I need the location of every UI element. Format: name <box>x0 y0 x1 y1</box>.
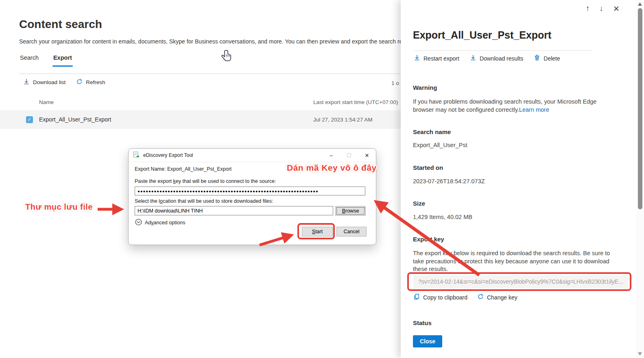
search-name-value: Export_All_User_Pst <box>413 142 467 148</box>
close-icon[interactable]: ✕ <box>358 149 376 162</box>
chevron-down-circle-icon <box>135 219 142 227</box>
change-key-label: Change key <box>487 294 517 301</box>
selection-count: 1 o <box>391 80 400 86</box>
advanced-options-label: Advanced options <box>145 220 185 226</box>
paste-key-label: Paste the export key that will be used t… <box>135 178 276 184</box>
warning-heading: Warning <box>413 84 437 91</box>
cancel-button[interactable]: Cancel <box>336 227 367 236</box>
page-description: Search your organization for content in … <box>19 38 401 45</box>
column-header-last-export[interactable]: Last export start time (UTC+07:00) <box>313 99 398 105</box>
refresh-icon <box>76 78 83 86</box>
row-name-cell[interactable]: Export_All_User_Pst_Export <box>39 116 111 123</box>
dialog-title: eDiscovery Export Tool <box>143 152 193 158</box>
size-heading: Size <box>413 200 425 207</box>
export-name-line: Export Name: Export_All_User_Pst_Export <box>135 166 231 172</box>
ediscovery-app-icon <box>133 151 140 159</box>
start-button[interactable]: Start <box>302 227 333 236</box>
export-toolbar: Download list Refresh <box>23 78 105 86</box>
row-checkbox[interactable]: ✓ <box>26 116 33 123</box>
advanced-options-toggle[interactable]: Advanced options <box>135 219 185 227</box>
masked-key-value: ●●●●●●●●●●●●●●●●●●●●●●●●●●●●●●●●●●●●●●●●… <box>138 189 319 193</box>
page-title: Content search <box>19 18 102 31</box>
change-key-button[interactable]: Change key <box>477 293 517 301</box>
tab-bar: Search Export <box>19 54 73 67</box>
search-name-heading: Search name <box>413 128 451 135</box>
export-key-input[interactable]: ●●●●●●●●●●●●●●●●●●●●●●●●●●●●●●●●●●●●●●●●… <box>135 187 365 195</box>
location-value: H:\IDM download\LINH TINH <box>138 208 203 214</box>
tab-search[interactable]: Search <box>19 54 39 67</box>
started-on-heading: Started on <box>413 164 443 171</box>
panel-action-bar: Restart export Download results Delete <box>414 54 560 62</box>
trash-icon <box>534 54 540 62</box>
started-on-value: 2023-07-26T18:54:27.073Z <box>413 178 485 184</box>
scrollbar-thumb[interactable] <box>638 8 642 209</box>
location-input[interactable]: H:\IDM download\LINH TINH <box>135 206 333 215</box>
location-label: Select the location that will be used to… <box>135 198 273 204</box>
download-list-button[interactable]: Download list <box>23 78 65 86</box>
copy-icon <box>413 293 420 301</box>
scrollbar-down-icon[interactable] <box>638 352 642 356</box>
panel-scrollbar[interactable] <box>636 0 644 358</box>
download-icon <box>23 78 30 86</box>
browse-button[interactable]: Browse <box>335 206 366 216</box>
download-icon <box>414 54 420 62</box>
maximize-icon[interactable] <box>340 149 358 162</box>
previous-item-icon[interactable]: ↑ <box>586 4 590 13</box>
export-key-value-field[interactable]: ?sv=2014-02-14&sr=c&si=eDiscoveryBlobPol… <box>413 275 629 289</box>
panel-title: Export_All_User_Pst_Export <box>413 29 551 41</box>
restart-export-label: Restart export <box>424 55 459 62</box>
next-item-icon[interactable]: ↓ <box>600 4 604 13</box>
refresh-button[interactable]: Refresh <box>76 78 105 86</box>
dialog-window-controls: – ✕ <box>322 149 376 162</box>
panel-divider <box>414 50 593 51</box>
warning-text: If you have problems downloading search … <box>413 98 616 114</box>
close-panel-icon[interactable]: ✕ <box>613 4 620 13</box>
delete-label: Delete <box>544 55 560 62</box>
export-key-heading: Export key <box>413 236 444 243</box>
minimize-icon[interactable]: – <box>322 149 340 162</box>
tab-divider <box>19 74 401 74</box>
dialog-title-bar[interactable]: eDiscovery Export Tool – ✕ <box>129 149 376 162</box>
refresh-icon <box>477 293 484 301</box>
download-list-label: Download list <box>33 79 65 85</box>
learn-more-link[interactable]: Learn more <box>519 106 549 113</box>
delete-button[interactable]: Delete <box>534 54 560 62</box>
export-key-text: The export key below is required to down… <box>413 250 620 273</box>
ediscovery-export-tool-dialog: eDiscovery Export Tool – ✕ Export Name: … <box>128 148 376 245</box>
export-details-panel: ↑ ↓ ✕ Export_All_User_Pst_Export Restart… <box>401 0 644 358</box>
download-results-label: Download results <box>480 55 523 62</box>
copy-to-clipboard-label: Copy to clipboard <box>423 294 467 301</box>
check-icon: ✓ <box>27 117 31 122</box>
status-heading: Status <box>413 319 432 326</box>
key-actions-row: Copy to clipboard Change key <box>413 293 517 301</box>
scrollbar-up-icon[interactable] <box>638 2 642 6</box>
refresh-label: Refresh <box>86 79 105 85</box>
panel-nav-controls: ↑ ↓ ✕ <box>586 4 620 13</box>
size-value: 1,429 Items, 40.02 MB <box>413 214 472 220</box>
restart-export-button[interactable]: Restart export <box>414 54 459 62</box>
copy-to-clipboard-button[interactable]: Copy to clipboard <box>413 293 467 301</box>
row-last-export-cell: Jul 27, 2023 1:54:27 AM <box>313 117 373 123</box>
tab-export[interactable]: Export <box>52 54 73 67</box>
download-results-button[interactable]: Download results <box>470 54 523 62</box>
download-icon <box>470 54 476 62</box>
close-button[interactable]: Close <box>413 335 442 347</box>
column-header-name[interactable]: Name <box>39 99 54 105</box>
